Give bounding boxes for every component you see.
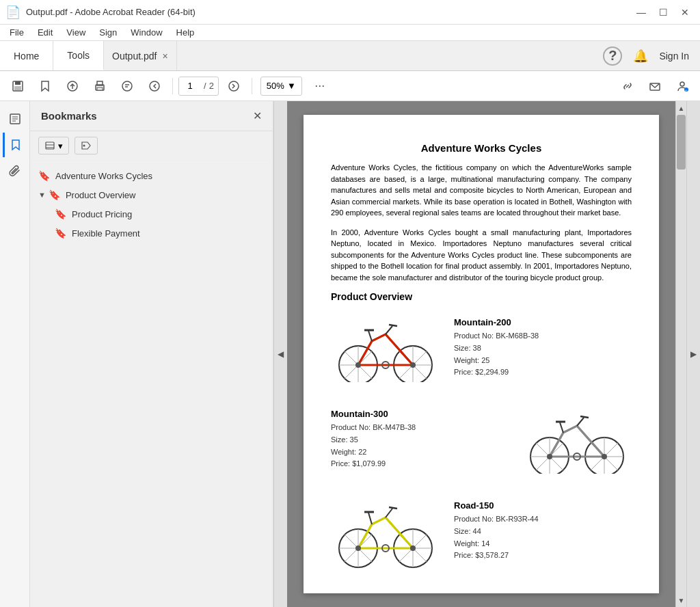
svg-point-68 xyxy=(602,454,607,459)
bike-image-red xyxy=(334,314,437,382)
bookmark-label-adventure: Adventure Works Cycles xyxy=(55,171,152,181)
svg-line-42 xyxy=(368,331,372,341)
expand-icon-product-overview[interactable]: ▼ xyxy=(38,191,46,199)
menu-edit[interactable]: Edit xyxy=(31,26,59,39)
tab-home[interactable]: Home xyxy=(0,41,53,70)
svg-point-67 xyxy=(547,454,552,459)
menu-view[interactable]: View xyxy=(59,26,92,39)
sidebar-header: Bookmarks ✕ xyxy=(30,101,273,131)
product-image-mountain-300 xyxy=(522,402,632,477)
prev-page-button[interactable] xyxy=(142,74,167,98)
document-page: Adventure Works Cycles Adventure Works C… xyxy=(304,115,659,593)
title-bar-left: 📄 Output.pdf - Adobe Acrobat Reader (64-… xyxy=(5,5,196,20)
tab-close-button[interactable]: × xyxy=(162,51,167,62)
maximize-button[interactable]: ☐ xyxy=(654,5,673,19)
app-icon: 📄 xyxy=(5,5,21,20)
sidebar-left: Bookmarks ✕ ▾ xyxy=(0,101,273,607)
save-button[interactable] xyxy=(5,74,30,98)
product-row-road-150: Road-150 Product No: BK-R93R-44 Size: 44… xyxy=(331,494,632,569)
tab-tools[interactable]: Tools xyxy=(53,41,104,70)
product-name-mountain-300: Mountain-300 xyxy=(331,409,509,419)
svg-line-87 xyxy=(389,507,397,509)
page-separator: / xyxy=(201,81,209,91)
svg-line-60 xyxy=(577,426,604,457)
product-info-mountain-200: Mountain-200 Product No: BK-M68B-38 Size… xyxy=(454,317,632,378)
zoom-selector[interactable]: 50% ▼ xyxy=(260,77,302,96)
scroll-track xyxy=(676,115,686,593)
sidebar-tag-button[interactable] xyxy=(75,137,98,154)
close-button[interactable]: ✕ xyxy=(675,5,695,19)
sidebar-icon-pages[interactable] xyxy=(3,107,27,131)
svg-point-15 xyxy=(680,82,684,86)
window-title: Output.pdf - Adobe Acrobat Reader (64-bi… xyxy=(26,7,196,17)
next-page-button[interactable] xyxy=(221,74,246,98)
page-total: 2 xyxy=(209,81,218,91)
tab-bar: Home Tools Output.pdf × ? 🔔 Sign In xyxy=(0,41,700,71)
scroll-down-button[interactable]: ▼ xyxy=(676,593,686,607)
svg-point-27 xyxy=(83,145,85,147)
bookmark-button[interactable] xyxy=(33,74,57,98)
more-options-button[interactable]: ··· xyxy=(308,74,332,98)
print-button[interactable] xyxy=(88,74,112,98)
sidebar-list-view-button[interactable]: ▾ xyxy=(38,137,69,154)
bookmark-label-product-overview: Product Overview xyxy=(66,190,136,200)
svg-line-66 xyxy=(580,416,589,418)
page-navigation: / 2 xyxy=(178,77,219,96)
bookmark-icon-4: 🔖 xyxy=(55,228,66,239)
page-number-input[interactable] xyxy=(179,77,201,95)
sign-in-button[interactable]: Sign In xyxy=(659,51,689,62)
svg-rect-2 xyxy=(14,86,21,90)
scroll-thumb[interactable] xyxy=(677,115,686,170)
tab-spacer xyxy=(177,41,593,70)
sidebar-close-button[interactable]: ✕ xyxy=(253,109,262,122)
menu-window[interactable]: Window xyxy=(124,26,169,39)
bookmark-product-pricing[interactable]: 🔖 Product Pricing xyxy=(30,204,273,224)
svg-line-86 xyxy=(386,509,392,517)
sidebar-collapse-button[interactable]: ◀ xyxy=(273,101,287,607)
product-row-mountain-300: Mountain-300 Product No: BK-M47B-38 Size… xyxy=(331,402,632,477)
bookmark-flexible-payment[interactable]: 🔖 Flexible Payment xyxy=(30,224,273,243)
svg-line-45 xyxy=(389,325,397,326)
sidebar-icon-attachments[interactable] xyxy=(3,159,27,183)
svg-line-81 xyxy=(386,517,413,548)
menu-file[interactable]: File xyxy=(3,26,31,39)
product-image-mountain-200 xyxy=(331,310,440,386)
account-button[interactable]: + xyxy=(670,74,695,98)
link-button[interactable] xyxy=(615,74,640,98)
svg-line-44 xyxy=(386,326,392,334)
email-button[interactable] xyxy=(643,74,667,98)
svg-line-84 xyxy=(368,513,372,524)
upload-button[interactable] xyxy=(60,74,85,98)
vertical-scrollbar[interactable]: ▲ ▼ xyxy=(675,101,686,607)
menu-sign[interactable]: Sign xyxy=(92,26,124,39)
product-details-mountain-200: Product No: BK-M68B-38 Size: 38 Weight: … xyxy=(454,330,632,378)
document-area: Adventure Works Cycles Adventure Works C… xyxy=(287,101,700,607)
product-info-road-150: Road-150 Product No: BK-R93R-44 Size: 44… xyxy=(454,500,632,561)
tab-active-file[interactable]: Output.pdf × xyxy=(104,41,177,70)
menu-bar: File Edit View Sign Window Help xyxy=(0,25,700,41)
main-area: Bookmarks ✕ ▾ xyxy=(0,101,700,607)
title-bar: 📄 Output.pdf - Adobe Acrobat Reader (64-… xyxy=(0,0,700,25)
comment-button[interactable] xyxy=(115,74,139,98)
window-controls: — ☐ ✕ xyxy=(632,5,695,19)
svg-marker-22 xyxy=(12,140,19,150)
menu-help[interactable]: Help xyxy=(170,26,202,39)
svg-point-9 xyxy=(122,81,132,91)
help-button[interactable]: ? xyxy=(603,46,622,66)
scroll-up-button[interactable]: ▲ xyxy=(676,101,686,115)
svg-rect-1 xyxy=(15,81,21,85)
svg-line-62 xyxy=(563,426,577,433)
document-scroll[interactable]: Adventure Works Cycles Adventure Works C… xyxy=(287,101,675,607)
product-details-mountain-300: Product No: BK-M47B-38 Size: 35 Weight: … xyxy=(331,422,509,470)
minimize-button[interactable]: — xyxy=(632,5,651,19)
bookmarks-list: 🔖 Adventure Works Cycles ▼ 🔖 Product Ove… xyxy=(30,161,273,607)
svg-line-83 xyxy=(372,517,386,524)
bookmark-icon-1: 🔖 xyxy=(38,170,50,181)
sidebar-icon-bookmarks[interactable] xyxy=(3,133,27,157)
notifications-button[interactable]: 🔔 xyxy=(633,49,648,64)
svg-line-41 xyxy=(372,334,386,341)
bookmark-adventure-works[interactable]: 🔖 Adventure Works Cycles xyxy=(30,166,273,185)
svg-line-65 xyxy=(577,418,584,426)
bookmark-product-overview[interactable]: ▼ 🔖 Product Overview xyxy=(30,185,273,204)
right-collapse-button[interactable]: ▶ xyxy=(686,101,700,607)
